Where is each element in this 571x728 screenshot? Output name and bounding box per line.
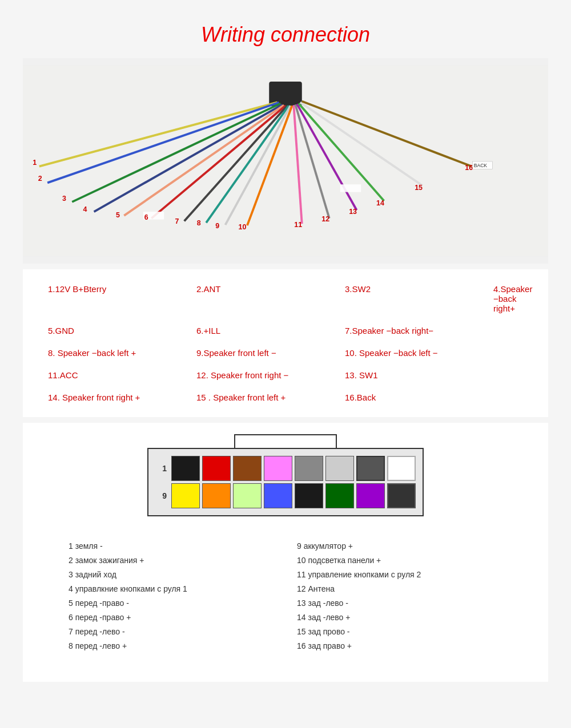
- page: Writing connection: [0, 0, 571, 699]
- conn-item-13: 13. SW1: [343, 367, 491, 383]
- color-sq-2-2: [202, 483, 231, 508]
- svg-text:3: 3: [62, 195, 66, 203]
- color-sq-2-6: [325, 483, 354, 508]
- svg-text:BACK: BACK: [474, 163, 488, 169]
- color-sq-1-5: [295, 456, 323, 481]
- color-squares-row1: [171, 456, 416, 481]
- row-label-2: 9: [155, 491, 167, 500]
- svg-text:6: 6: [144, 214, 148, 222]
- color-sq-2-4: [264, 483, 292, 508]
- conn-item-empty4: [491, 389, 534, 406]
- label-left: 1 земля - 2 замок зажигания + 3 задний х…: [69, 539, 274, 653]
- conn-item-empty1: [491, 322, 534, 339]
- conn-item-2: 2.ANT: [194, 281, 343, 317]
- title-section: Writing connection: [23, 11, 548, 52]
- connector-wrapper: 1 9: [46, 434, 525, 516]
- conn-item-6: 6.+ILL: [194, 322, 343, 339]
- label-14: 14 зад -лево +: [297, 610, 502, 625]
- label-6: 6 перед -право +: [69, 610, 274, 625]
- connector-row-2: 9: [155, 483, 416, 508]
- conn-item-1: 1.12V B+Bterry: [46, 281, 194, 317]
- color-sq-1-4: [264, 456, 292, 481]
- conn-grid: 1.12V B+Bterry 2.ANT 3.SW2 4.Speaker −ba…: [46, 281, 525, 406]
- label-9: 9 аккумлятор +: [297, 539, 502, 553]
- label-11: 11 управление кнопками с руля 2: [297, 568, 502, 582]
- label-10: 10 подсветка панели +: [297, 553, 502, 568]
- conn-item-empty2: [491, 345, 534, 361]
- conn-item-7: 7.Speaker −back right−: [343, 322, 491, 339]
- page-title: Writing connection: [23, 23, 548, 47]
- conn-item-16: 16.Back: [343, 389, 491, 406]
- color-sq-1-8: [387, 456, 416, 481]
- label-16: 16 зад право +: [297, 639, 502, 653]
- conn-item-14: 14. Speaker front right +: [46, 389, 194, 406]
- color-squares-row2: [171, 483, 416, 508]
- color-sq-1-6: [325, 456, 354, 481]
- svg-text:9: 9: [215, 222, 219, 230]
- color-sq-2-7: [356, 483, 385, 508]
- svg-text:2: 2: [38, 175, 42, 183]
- conn-item-9: 9.Speaker front left −: [194, 345, 343, 361]
- label-13: 13 зад -лево -: [297, 596, 502, 610]
- label-right: 9 аккумлятор + 10 подсветка панели + 11 …: [297, 539, 502, 653]
- svg-text:11: 11: [294, 221, 302, 229]
- conn-item-3: 3.SW2: [343, 281, 491, 317]
- connector-box: 1 9: [147, 434, 424, 516]
- conn-item-8: 8. Speaker −back left +: [46, 345, 194, 361]
- conn-item-12: 12. Speaker front right −: [194, 367, 343, 383]
- svg-text:14: 14: [376, 199, 384, 207]
- connector-row-1: 1: [155, 456, 416, 481]
- svg-text:7: 7: [175, 217, 179, 225]
- svg-text:4: 4: [83, 205, 87, 213]
- connector-rows: 1 9: [147, 448, 424, 516]
- color-sq-1-7: [356, 456, 385, 481]
- svg-text:15: 15: [415, 184, 423, 192]
- row-label-1: 1: [155, 464, 167, 473]
- color-sq-1-3: [233, 456, 262, 481]
- connection-list: 1.12V B+Bterry 2.ANT 3.SW2 4.Speaker −ba…: [23, 269, 548, 417]
- svg-text:1: 1: [33, 159, 37, 167]
- svg-text:12: 12: [321, 215, 329, 223]
- connector-top-bar: [234, 434, 337, 448]
- label-3: 3 задний ход: [69, 568, 274, 582]
- label-12: 12 Антена: [297, 582, 502, 596]
- color-sq-1-1: [171, 456, 200, 481]
- color-sq-2-5: [295, 483, 323, 508]
- connector-top: [147, 434, 424, 448]
- label-4: 4 управлкние кнопками с руля 1: [69, 582, 274, 596]
- svg-text:13: 13: [349, 208, 357, 216]
- conn-item-10: 10. Speaker −back left −: [343, 345, 491, 361]
- label-2: 2 замок зажигания +: [69, 553, 274, 568]
- conn-item-empty3: [491, 367, 534, 383]
- svg-text:8: 8: [197, 219, 201, 227]
- svg-text:10: 10: [239, 223, 247, 231]
- label-8: 8 перед -лево +: [69, 639, 274, 653]
- conn-item-5: 5.GND: [46, 322, 194, 339]
- label-15: 15 зад прово -: [297, 625, 502, 639]
- labels-section: 1 земля - 2 замок зажигания + 3 задний х…: [46, 528, 525, 670]
- conn-item-4: 4.Speaker −back right+: [491, 281, 534, 317]
- connector-section: 1 9: [23, 423, 548, 682]
- label-5: 5 перед -право -: [69, 596, 274, 610]
- svg-text:16: 16: [465, 164, 473, 172]
- color-sq-2-8: [387, 483, 416, 508]
- label-1: 1 земля -: [69, 539, 274, 553]
- conn-item-15: 15 . Speaker front left +: [194, 389, 343, 406]
- svg-text:5: 5: [116, 211, 120, 219]
- color-sq-2-1: [171, 483, 200, 508]
- conn-item-11: 11.ACC: [46, 367, 194, 383]
- svg-rect-19: [340, 184, 361, 192]
- color-sq-1-2: [202, 456, 231, 481]
- label-7: 7 перед -лево -: [69, 625, 274, 639]
- color-sq-2-3: [233, 483, 262, 508]
- wiring-diagram: 1 2 3 4 5 6 7 8 9 10 11 12 13 14 15 16 B…: [23, 58, 548, 264]
